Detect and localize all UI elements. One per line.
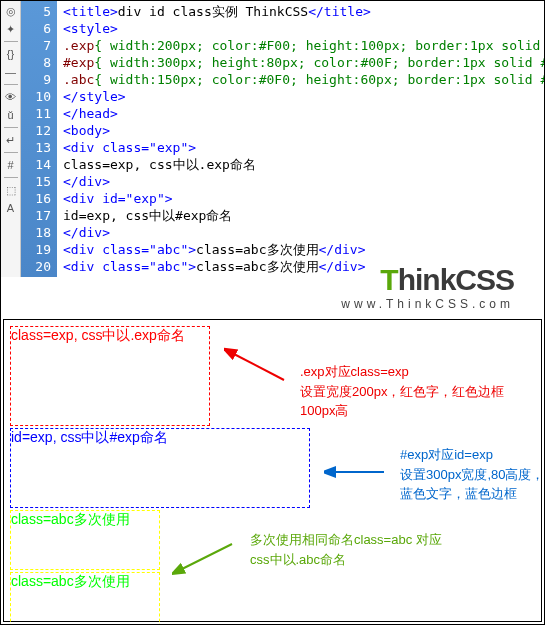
line-number: 14	[21, 156, 51, 173]
tag-icon[interactable]: #	[3, 157, 19, 173]
code-area[interactable]: 5 6 7 8 9 10 11 12 13 14 15 16 17 18 19 …	[21, 1, 544, 277]
line-number: 5	[21, 3, 51, 20]
line-number-gutter: 5 6 7 8 9 10 11 12 13 14 15 16 17 18 19 …	[21, 1, 57, 277]
abc-box-2: class=abc多次使用	[10, 572, 160, 625]
code-line: </div>	[63, 224, 544, 241]
note-green: 多次使用相同命名class=abc 对应css中以.abc命名	[250, 530, 490, 569]
line-number: 13	[21, 139, 51, 156]
note-blue: #exp对应id=exp设置300px宽度,80高度，蓝色文字，蓝色边框	[400, 445, 545, 504]
code-lines: <title>div id class实例 ThinkCSS</title> <…	[57, 1, 544, 277]
line-number: 19	[21, 241, 51, 258]
spiral-icon[interactable]: ◎	[3, 3, 19, 19]
code-line: id=exp, css中以#exp命名	[63, 207, 544, 224]
code-line: <body>	[63, 122, 544, 139]
separator-icon	[4, 41, 18, 42]
line-number: 15	[21, 173, 51, 190]
html-icon[interactable]: ⬚	[3, 182, 19, 198]
arrow-red-icon	[224, 345, 294, 385]
logo-subtitle: www.ThinkCSS.com	[341, 297, 514, 311]
line-number: 7	[21, 37, 51, 54]
bracket-icon[interactable]: {}	[3, 46, 19, 62]
line-number: 6	[21, 20, 51, 37]
id-exp-box-label: id=exp, css中以#exp命名	[11, 429, 168, 445]
code-line: <div class="abc">class=abc多次使用</div>	[63, 241, 544, 258]
code-editor: ◎ ✦ {} — 👁 ŭ ↵ # ⬚ A 5 6 7 8 9 10 11 12 …	[1, 1, 544, 277]
code-line: #exp{ width:300px; height:80px; color:#0…	[63, 54, 544, 71]
line-number: 8	[21, 54, 51, 71]
code-line: <div class="exp">	[63, 139, 544, 156]
exp-box: class=exp, css中以.exp命名	[10, 326, 210, 426]
code-line: .exp{ width:200px; color:#F00; height:10…	[63, 37, 544, 54]
a-icon[interactable]: A	[3, 200, 19, 216]
eye-icon[interactable]: 👁	[3, 89, 19, 105]
u-icon[interactable]: ŭ	[3, 107, 19, 123]
code-line: <div id="exp">	[63, 190, 544, 207]
line-number: 11	[21, 105, 51, 122]
editor-toolbar: ◎ ✦ {} — 👁 ŭ ↵ # ⬚ A	[1, 1, 21, 277]
logo-main: ThinkCSS	[341, 263, 514, 297]
arrow-green-icon	[172, 538, 242, 578]
dash-icon[interactable]: —	[3, 64, 19, 80]
line-number: 9	[21, 71, 51, 88]
wrap-icon[interactable]: ↵	[3, 132, 19, 148]
svg-line-0	[232, 353, 284, 380]
line-number: 10	[21, 88, 51, 105]
star-icon[interactable]: ✦	[3, 21, 19, 37]
code-line: </head>	[63, 105, 544, 122]
line-number: 18	[21, 224, 51, 241]
preview-pane: class=exp, css中以.exp命名 id=exp, css中以#exp…	[3, 319, 542, 622]
svg-line-2	[180, 544, 232, 570]
code-line: .abc{ width:150px; color:#0F0; height:60…	[63, 71, 544, 88]
code-line: </div>	[63, 173, 544, 190]
exp-box-label: class=exp, css中以.exp命名	[11, 327, 185, 343]
line-number: 16	[21, 190, 51, 207]
abc-box-label: class=abc多次使用	[11, 573, 130, 589]
line-number: 12	[21, 122, 51, 139]
id-exp-box: id=exp, css中以#exp命名	[10, 428, 310, 508]
note-red: .exp对应class=exp设置宽度200px，红色字，红色边框100px高	[300, 362, 530, 421]
code-line: class=exp, css中以.exp命名	[63, 156, 544, 173]
abc-box-1: class=abc多次使用	[10, 510, 160, 570]
line-number: 20	[21, 258, 51, 275]
code-line: </style>	[63, 88, 544, 105]
code-line: <title>div id class实例 ThinkCSS</title>	[63, 3, 544, 20]
separator-icon	[4, 152, 18, 153]
separator-icon	[4, 177, 18, 178]
abc-box-label: class=abc多次使用	[11, 511, 130, 527]
arrow-blue-icon	[324, 460, 394, 490]
separator-icon	[4, 84, 18, 85]
thinkcss-logo: ThinkCSS www.ThinkCSS.com	[341, 263, 514, 311]
line-number: 17	[21, 207, 51, 224]
code-line: <style>	[63, 20, 544, 37]
separator-icon	[4, 127, 18, 128]
